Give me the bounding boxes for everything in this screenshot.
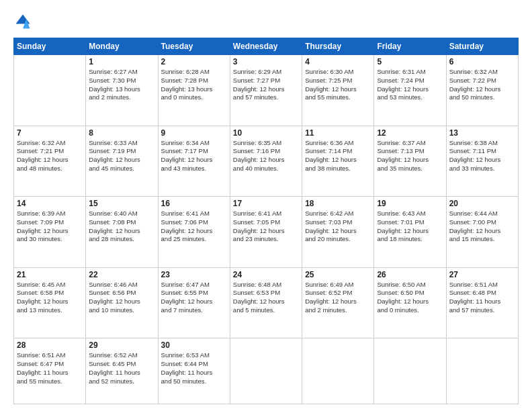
calendar-cell: 10Sunrise: 6:35 AMSunset: 7:16 PMDayligh… [230, 126, 302, 197]
day-info: Sunrise: 6:35 AMSunset: 7:16 PMDaylight:… [233, 139, 299, 173]
day-info: Sunrise: 6:27 AMSunset: 7:30 PMDaylight:… [89, 68, 154, 102]
calendar-cell [14, 55, 86, 126]
calendar-cell: 4Sunrise: 6:30 AMSunset: 7:25 PMDaylight… [302, 55, 374, 126]
day-info: Sunrise: 6:29 AMSunset: 7:27 PMDaylight:… [233, 68, 299, 102]
day-number: 15 [89, 199, 154, 208]
calendar-cell: 20Sunrise: 6:44 AMSunset: 7:00 PMDayligh… [446, 197, 518, 268]
day-number: 10 [233, 128, 299, 138]
day-info: Sunrise: 6:28 AMSunset: 7:28 PMDaylight:… [161, 68, 227, 102]
day-number: 30 [161, 340, 227, 350]
calendar-cell: 21Sunrise: 6:45 AMSunset: 6:58 PMDayligh… [14, 267, 86, 338]
calendar-cell: 27Sunrise: 6:51 AMSunset: 6:48 PMDayligh… [446, 267, 518, 338]
calendar-day-header: Sunday [14, 38, 86, 55]
day-number: 23 [161, 270, 227, 279]
day-number: 24 [233, 270, 299, 279]
day-info: Sunrise: 6:36 AMSunset: 7:14 PMDaylight:… [305, 139, 371, 173]
day-info: Sunrise: 6:41 AMSunset: 7:05 PMDaylight:… [233, 210, 299, 244]
calendar-cell: 25Sunrise: 6:49 AMSunset: 6:52 PMDayligh… [302, 267, 374, 338]
calendar-cell: 23Sunrise: 6:47 AMSunset: 6:55 PMDayligh… [158, 267, 230, 338]
calendar-cell: 24Sunrise: 6:48 AMSunset: 6:53 PMDayligh… [230, 267, 302, 338]
day-number: 6 [449, 57, 515, 66]
calendar-day-header: Wednesday [230, 38, 302, 55]
day-info: Sunrise: 6:42 AMSunset: 7:03 PMDaylight:… [305, 210, 371, 244]
day-info: Sunrise: 6:32 AMSunset: 7:21 PMDaylight:… [17, 139, 83, 173]
calendar-header-row: SundayMondayTuesdayWednesdayThursdayFrid… [14, 38, 519, 55]
calendar-cell: 22Sunrise: 6:46 AMSunset: 6:56 PMDayligh… [86, 267, 158, 338]
day-number: 12 [377, 128, 443, 138]
day-number: 18 [305, 199, 371, 208]
calendar-cell: 17Sunrise: 6:41 AMSunset: 7:05 PMDayligh… [230, 197, 302, 268]
page: SundayMondayTuesdayWednesdayThursdayFrid… [0, 0, 532, 411]
day-number: 25 [305, 270, 371, 279]
calendar-week-row: 7Sunrise: 6:32 AMSunset: 7:21 PMDaylight… [14, 126, 519, 197]
calendar-day-header: Monday [86, 38, 158, 55]
day-info: Sunrise: 6:30 AMSunset: 7:25 PMDaylight:… [305, 68, 371, 102]
day-info: Sunrise: 6:41 AMSunset: 7:06 PMDaylight:… [161, 210, 227, 244]
calendar-cell: 6Sunrise: 6:32 AMSunset: 7:22 PMDaylight… [446, 55, 518, 126]
calendar-cell: 5Sunrise: 6:31 AMSunset: 7:24 PMDaylight… [374, 55, 446, 126]
calendar-cell: 18Sunrise: 6:42 AMSunset: 7:03 PMDayligh… [302, 197, 374, 268]
day-info: Sunrise: 6:52 AMSunset: 6:45 PMDaylight:… [89, 351, 154, 385]
day-number: 29 [89, 340, 154, 350]
calendar-cell: 15Sunrise: 6:40 AMSunset: 7:08 PMDayligh… [86, 197, 158, 268]
logo-icon [13, 12, 32, 31]
calendar-cell: 14Sunrise: 6:39 AMSunset: 7:09 PMDayligh… [14, 197, 86, 268]
day-info: Sunrise: 6:48 AMSunset: 6:53 PMDaylight:… [233, 281, 299, 315]
day-number: 27 [449, 270, 515, 279]
calendar-week-row: 14Sunrise: 6:39 AMSunset: 7:09 PMDayligh… [14, 197, 519, 268]
day-info: Sunrise: 6:51 AMSunset: 6:48 PMDaylight:… [449, 281, 515, 315]
day-number: 19 [377, 199, 443, 208]
day-info: Sunrise: 6:32 AMSunset: 7:22 PMDaylight:… [449, 68, 515, 102]
day-info: Sunrise: 6:49 AMSunset: 6:52 PMDaylight:… [305, 281, 371, 315]
calendar-cell: 28Sunrise: 6:51 AMSunset: 6:47 PMDayligh… [14, 338, 86, 404]
calendar-week-row: 1Sunrise: 6:27 AMSunset: 7:30 PMDaylight… [14, 55, 519, 126]
day-number: 8 [89, 128, 154, 138]
calendar-cell [230, 338, 302, 404]
day-number: 9 [161, 128, 227, 138]
calendar-cell [374, 338, 446, 404]
calendar-cell: 3Sunrise: 6:29 AMSunset: 7:27 PMDaylight… [230, 55, 302, 126]
day-number: 26 [377, 270, 443, 279]
calendar-cell: 29Sunrise: 6:52 AMSunset: 6:45 PMDayligh… [86, 338, 158, 404]
day-number: 3 [233, 57, 299, 66]
svg-marker-0 [16, 15, 30, 24]
day-info: Sunrise: 6:31 AMSunset: 7:24 PMDaylight:… [377, 68, 443, 102]
day-number: 1 [89, 57, 154, 66]
calendar-cell [446, 338, 518, 404]
day-number: 14 [17, 199, 83, 208]
day-info: Sunrise: 6:47 AMSunset: 6:55 PMDaylight:… [161, 281, 227, 315]
calendar-cell: 1Sunrise: 6:27 AMSunset: 7:30 PMDaylight… [86, 55, 158, 126]
calendar-cell [302, 338, 374, 404]
day-number: 13 [449, 128, 515, 138]
calendar-cell: 12Sunrise: 6:37 AMSunset: 7:13 PMDayligh… [374, 126, 446, 197]
calendar-day-header: Friday [374, 38, 446, 55]
calendar-week-row: 28Sunrise: 6:51 AMSunset: 6:47 PMDayligh… [14, 338, 519, 404]
calendar-day-header: Tuesday [158, 38, 230, 55]
day-info: Sunrise: 6:39 AMSunset: 7:09 PMDaylight:… [17, 210, 83, 244]
calendar-cell: 11Sunrise: 6:36 AMSunset: 7:14 PMDayligh… [302, 126, 374, 197]
day-info: Sunrise: 6:50 AMSunset: 6:50 PMDaylight:… [377, 281, 443, 315]
calendar-day-header: Saturday [446, 38, 518, 55]
calendar-cell: 7Sunrise: 6:32 AMSunset: 7:21 PMDaylight… [14, 126, 86, 197]
calendar-week-row: 21Sunrise: 6:45 AMSunset: 6:58 PMDayligh… [14, 267, 519, 338]
day-info: Sunrise: 6:51 AMSunset: 6:47 PMDaylight:… [17, 351, 83, 385]
calendar-cell: 2Sunrise: 6:28 AMSunset: 7:28 PMDaylight… [158, 55, 230, 126]
calendar-cell: 30Sunrise: 6:53 AMSunset: 6:44 PMDayligh… [158, 338, 230, 404]
day-number: 16 [161, 199, 227, 208]
day-info: Sunrise: 6:33 AMSunset: 7:19 PMDaylight:… [89, 139, 154, 173]
calendar-cell: 8Sunrise: 6:33 AMSunset: 7:19 PMDaylight… [86, 126, 158, 197]
calendar-cell: 9Sunrise: 6:34 AMSunset: 7:17 PMDaylight… [158, 126, 230, 197]
calendar-cell: 19Sunrise: 6:43 AMSunset: 7:01 PMDayligh… [374, 197, 446, 268]
day-info: Sunrise: 6:44 AMSunset: 7:00 PMDaylight:… [449, 210, 515, 244]
calendar-day-header: Thursday [302, 38, 374, 55]
day-info: Sunrise: 6:37 AMSunset: 7:13 PMDaylight:… [377, 139, 443, 173]
calendar-cell: 13Sunrise: 6:38 AMSunset: 7:11 PMDayligh… [446, 126, 518, 197]
day-info: Sunrise: 6:38 AMSunset: 7:11 PMDaylight:… [449, 139, 515, 173]
day-info: Sunrise: 6:43 AMSunset: 7:01 PMDaylight:… [377, 210, 443, 244]
day-info: Sunrise: 6:53 AMSunset: 6:44 PMDaylight:… [161, 351, 227, 385]
day-number: 4 [305, 57, 371, 66]
day-info: Sunrise: 6:46 AMSunset: 6:56 PMDaylight:… [89, 281, 154, 315]
day-number: 21 [17, 270, 83, 279]
day-info: Sunrise: 6:45 AMSunset: 6:58 PMDaylight:… [17, 281, 83, 315]
header [13, 12, 519, 31]
